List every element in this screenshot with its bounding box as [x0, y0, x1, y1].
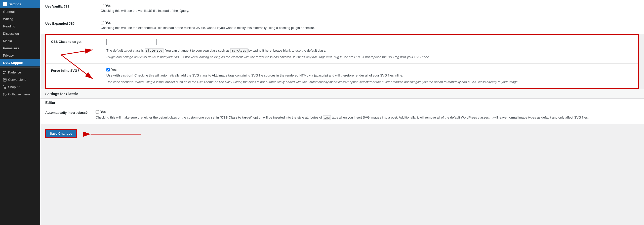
sidebar-item-label: Media: [3, 39, 12, 43]
svg-rect-3: [5, 4, 7, 6]
use-expanded-js-checkbox-label: Yes: [105, 21, 111, 24]
use-vanilla-js-checkbox[interactable]: [101, 4, 104, 7]
sidebar-item-privacy[interactable]: Privacy: [0, 52, 40, 59]
svg-point-8: [4, 88, 5, 89]
force-inline-svg-row: Force Inline SVG? Yes Use with caution! …: [46, 64, 638, 88]
red-box-section: CSS Class to target kt-info-svg-image Th…: [45, 34, 639, 89]
force-inline-svg-checkbox[interactable]: [106, 68, 110, 71]
sidebar-item-shop-kit[interactable]: Shop Kit: [0, 83, 40, 91]
force-inline-svg-desc1: Use with caution! Checking this will aut…: [106, 73, 633, 78]
sidebar-header[interactable]: Settings: [0, 0, 40, 8]
css-class-desc1: The default target class is style-svg. Y…: [106, 48, 633, 53]
sidebar-item-label: Privacy: [3, 54, 14, 57]
use-vanilla-js-row: Use Vanilla JS? Yes Checking this will u…: [45, 0, 639, 17]
use-expanded-js-row: Use Expanded JS? Yes Checking this will …: [45, 17, 639, 34]
kadence-icon: [3, 71, 7, 74]
use-vanilla-js-control: Yes Checking this will use the vanilla J…: [101, 4, 639, 13]
sidebar-item-writing[interactable]: Writing: [0, 15, 40, 23]
sidebar-item-label: Conversions: [8, 78, 26, 82]
svg-rect-0: [3, 2, 5, 4]
editor-label: Editor: [40, 99, 644, 106]
top-rows-section: Use Vanilla JS? Yes Checking this will u…: [40, 0, 644, 34]
use-expanded-js-checkbox[interactable]: [101, 21, 104, 24]
sidebar-item-label: General: [3, 10, 15, 14]
auto-insert-checkbox-label: Yes: [100, 110, 106, 114]
sidebar-item-svg-support[interactable]: SVG Support: [0, 59, 40, 66]
sidebar-item-label: Reading: [3, 24, 15, 28]
sidebar-nav: General Writing Reading Discussion Media…: [0, 8, 40, 225]
save-changes-label: Save Changes: [50, 132, 72, 135]
sidebar-item-discussion[interactable]: Discussion: [0, 30, 40, 37]
editor-section: Editor Automatically insert class? Yes C…: [40, 99, 644, 124]
sidebar-item-collapse[interactable]: Collapse menu: [0, 91, 40, 98]
sidebar-item-permalinks[interactable]: Permalinks: [0, 45, 40, 52]
use-expanded-js-control: Yes Checking this will use the expanded …: [101, 21, 639, 30]
svg-rect-5: [5, 71, 6, 72]
save-area: Save Changes: [40, 124, 644, 143]
sidebar-item-label: Writing: [3, 17, 13, 21]
settings-for-classic-title: Settings for Classic: [40, 89, 644, 99]
auto-insert-control: Yes Checking this will make sure that ei…: [96, 110, 644, 120]
sidebar-item-label: Shop Kit: [8, 85, 20, 89]
force-inline-svg-desc2: Use case scenario: When using a visual b…: [106, 80, 633, 85]
sidebar-item-label: Discussion: [3, 32, 19, 35]
sidebar-item-conversions[interactable]: Conversions: [0, 76, 40, 83]
css-class-row: CSS Class to target kt-info-svg-image Th…: [46, 35, 638, 64]
grid-icon: [3, 2, 7, 6]
use-vanilla-js-checkbox-label: Yes: [105, 4, 111, 7]
sidebar-item-reading[interactable]: Reading: [0, 23, 40, 30]
auto-insert-label: Automatically insert class?: [40, 110, 96, 120]
force-inline-svg-label: Force Inline SVG?: [51, 68, 106, 84]
sidebar-item-label: Kadence: [8, 70, 21, 74]
use-expanded-js-label: Use Expanded JS?: [45, 21, 101, 30]
section-title-text: Settings for Classic: [45, 92, 78, 96]
sidebar-item-kadence[interactable]: Kadence: [0, 69, 40, 76]
conversions-icon: [3, 78, 7, 82]
shop-icon: [3, 85, 7, 89]
auto-insert-row: Automatically insert class? Yes Checking…: [40, 106, 644, 124]
use-expanded-js-desc: Checking this will use the expanded JS f…: [101, 25, 639, 30]
auto-insert-checkbox[interactable]: [96, 110, 99, 114]
svg-rect-2: [3, 4, 5, 6]
sidebar: Settings General Writing Reading Discuss…: [0, 0, 40, 225]
sidebar-item-label: SVG Support: [3, 61, 23, 65]
main-content: Use Vanilla JS? Yes Checking this will u…: [40, 0, 644, 225]
sidebar-item-general[interactable]: General: [0, 8, 40, 15]
svg-point-9: [5, 88, 6, 89]
svg-rect-4: [3, 71, 5, 72]
css-class-label: CSS Class to target: [51, 39, 106, 59]
css-class-control: kt-info-svg-image The default target cla…: [106, 39, 633, 59]
sidebar-header-label: Settings: [9, 2, 21, 6]
use-vanilla-js-desc: Checking this will use the vanilla JS fi…: [101, 8, 639, 13]
svg-rect-1: [5, 2, 7, 4]
save-changes-button[interactable]: Save Changes: [45, 129, 77, 138]
collapse-icon: [3, 93, 7, 96]
auto-insert-desc: Checking this will make sure that either…: [96, 115, 639, 120]
force-inline-svg-checkbox-label: Yes: [111, 68, 116, 71]
sidebar-item-label: Permalinks: [3, 46, 19, 50]
svg-rect-6: [3, 73, 5, 74]
sidebar-item-label: Collapse menu: [8, 92, 30, 96]
force-inline-svg-control: Yes Use with caution! Checking this will…: [106, 68, 633, 84]
css-class-desc2: Plugin can now go any level down to find…: [106, 55, 633, 60]
sidebar-item-media[interactable]: Media: [0, 37, 40, 45]
css-class-input[interactable]: kt-info-svg-image: [106, 39, 157, 45]
use-vanilla-js-label: Use Vanilla JS?: [45, 4, 101, 13]
